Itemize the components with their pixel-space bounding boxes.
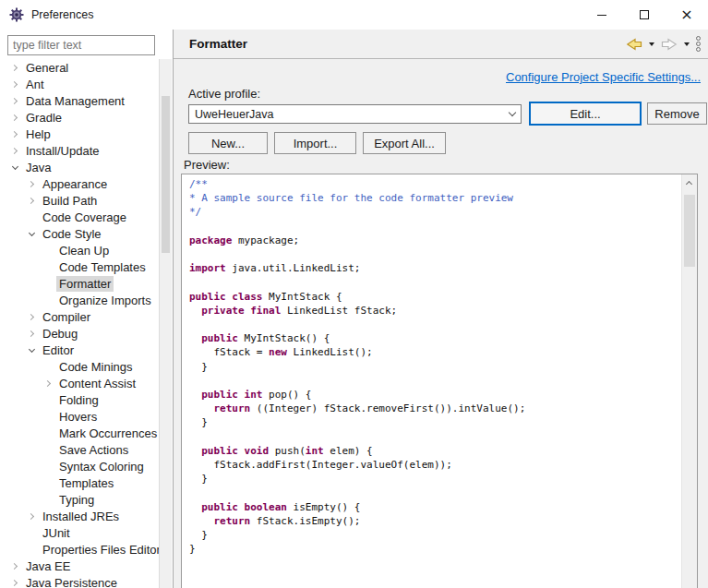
remove-button[interactable]: Remove	[647, 102, 707, 125]
chevron-right-icon[interactable]	[11, 562, 18, 569]
tree-indent	[41, 258, 56, 275]
tree-item-java-persistence[interactable]: Java Persistence	[0, 574, 159, 588]
tree-item-code-templates[interactable]: Code Templates	[0, 258, 159, 275]
maximize-button[interactable]	[623, 0, 666, 30]
tree-item-folding[interactable]: Folding	[0, 391, 159, 408]
tree-item-label: Editor	[40, 342, 77, 358]
tree-item-label: Gradle	[23, 110, 65, 126]
edit-button[interactable]: Edit...	[529, 102, 642, 126]
tree-item-install-update[interactable]: Install/Update	[0, 142, 159, 159]
chevron-down-icon	[509, 109, 516, 116]
preview-label: Preview:	[184, 158, 230, 172]
import-button[interactable]: Import...	[274, 132, 356, 154]
chevron-right-icon[interactable]	[11, 114, 18, 120]
tree-item-label: Code Templates	[56, 259, 149, 275]
filter-input[interactable]	[7, 35, 155, 55]
chevron-down-icon[interactable]	[29, 345, 35, 352]
tree-indent	[41, 275, 56, 292]
tree-item-label: Formatter	[56, 276, 114, 292]
tree-item-editor[interactable]: Editor	[0, 342, 159, 358]
tree-item-java[interactable]: Java	[0, 159, 159, 175]
chevron-right-icon[interactable]	[28, 180, 34, 186]
tree-item-general[interactable]: General	[0, 59, 159, 76]
tree-item-code-minings[interactable]: Code Minings	[0, 358, 159, 375]
tree-item-help[interactable]: Help	[0, 126, 159, 142]
tree-item-junit[interactable]: JUnit	[0, 524, 159, 541]
close-button[interactable]: ×	[666, 0, 708, 30]
preview-scrollbar-thumb[interactable]	[684, 195, 695, 267]
tree-item-clean-up[interactable]: Clean Up	[0, 242, 159, 258]
active-profile-label: Active profile:	[188, 87, 260, 101]
chevron-down-icon[interactable]	[12, 162, 18, 169]
chevron-right-icon[interactable]	[28, 330, 34, 336]
maximize-icon	[640, 10, 649, 19]
tree-indent	[41, 391, 56, 408]
preview-code: /*** A sample source file for the code f…	[189, 177, 680, 588]
tree-item-ant[interactable]: Ant	[0, 76, 159, 92]
tree-item-content-assist[interactable]: Content Assist	[0, 375, 159, 391]
tree-item-hovers[interactable]: Hovers	[0, 408, 159, 425]
tree-item-label: Java	[23, 160, 54, 175]
forward-icon[interactable]	[661, 38, 678, 51]
tree-item-code-coverage[interactable]: Code Coverage	[0, 209, 159, 225]
chevron-right-icon[interactable]	[11, 80, 18, 87]
view-menu-icon[interactable]	[696, 36, 701, 52]
tree-item-build-path[interactable]: Build Path	[0, 192, 159, 209]
tree-item-label: Compiler	[40, 309, 93, 325]
chevron-right-icon[interactable]	[28, 197, 34, 203]
tree-item-label: Mark Occurrences	[56, 426, 159, 441]
tree-item-installed-jres[interactable]: Installed JREs	[0, 508, 159, 524]
tree-item-debug[interactable]: Debug	[0, 325, 159, 342]
minimize-button[interactable]	[581, 0, 623, 30]
tree-item-label: Syntax Coloring	[56, 459, 147, 474]
tree-item-label: Code Style	[40, 226, 104, 242]
tree-item-organize-imports[interactable]: Organize Imports	[0, 292, 159, 308]
tree-indent	[41, 491, 56, 508]
chevron-right-icon[interactable]	[11, 64, 18, 70]
forward-history-caret-icon[interactable]	[684, 42, 690, 46]
chevron-right-icon[interactable]	[44, 379, 51, 386]
tree-indent	[41, 292, 56, 308]
preview-scrollbar[interactable]	[681, 174, 697, 588]
tree-item-syntax-coloring[interactable]: Syntax Coloring	[0, 458, 159, 474]
configure-project-settings-link[interactable]: Configure Project Specific Settings...	[506, 70, 701, 84]
tree-item-data-management[interactable]: Data Management	[0, 92, 159, 109]
chevron-down-icon[interactable]	[29, 229, 35, 235]
back-history-caret-icon[interactable]	[649, 42, 654, 46]
tree-item-gradle[interactable]: Gradle	[0, 109, 159, 126]
tree-item-typing[interactable]: Typing	[0, 491, 159, 508]
sidebar-scrollbar[interactable]	[159, 59, 172, 588]
sidebar-scrollbar-thumb[interactable]	[162, 96, 170, 253]
chevron-right-icon[interactable]	[11, 97, 18, 103]
tree-item-label: Java Persistence	[23, 575, 120, 588]
chevron-right-icon[interactable]	[11, 130, 18, 137]
tree-item-properties-files-editor[interactable]: Properties Files Editor	[0, 541, 159, 558]
chevron-right-icon[interactable]	[28, 512, 34, 519]
tree-indent	[24, 524, 40, 541]
tree-item-java-ee[interactable]: Java EE	[0, 558, 159, 574]
tree-item-formatter[interactable]: Formatter	[0, 275, 159, 292]
tree-item-save-actions[interactable]: Save Actions	[0, 441, 159, 458]
sidebar: GeneralAntData ManagementGradleHelpInsta…	[0, 30, 173, 588]
tree-item-label: Debug	[40, 326, 80, 342]
tree-item-label: Data Management	[23, 93, 127, 109]
formatter-panel: Formatter Configure Project Specific Set…	[174, 30, 708, 588]
tree-indent	[41, 358, 56, 375]
scroll-up-icon[interactable]	[686, 181, 692, 187]
back-icon[interactable]	[626, 38, 642, 51]
tree-item-label: Organize Imports	[56, 293, 154, 308]
tree-item-code-style[interactable]: Code Style	[0, 225, 159, 242]
active-profile-select[interactable]: UweHeuerJava	[188, 104, 522, 124]
tree-item-templates[interactable]: Templates	[0, 474, 159, 491]
chevron-right-icon[interactable]	[11, 579, 18, 585]
tree-indent	[41, 425, 56, 441]
chevron-right-icon[interactable]	[28, 313, 34, 319]
tree-item-appearance[interactable]: Appearance	[0, 175, 159, 192]
window-title: Preferences	[31, 8, 93, 21]
tree-item-label: Code Coverage	[40, 210, 129, 225]
tree-item-compiler[interactable]: Compiler	[0, 308, 159, 325]
new-button[interactable]: New...	[188, 132, 268, 154]
export-all-button[interactable]: Export All...	[363, 132, 446, 154]
tree-item-mark-occurrences[interactable]: Mark Occurrences	[0, 425, 159, 441]
chevron-right-icon[interactable]	[11, 147, 18, 153]
